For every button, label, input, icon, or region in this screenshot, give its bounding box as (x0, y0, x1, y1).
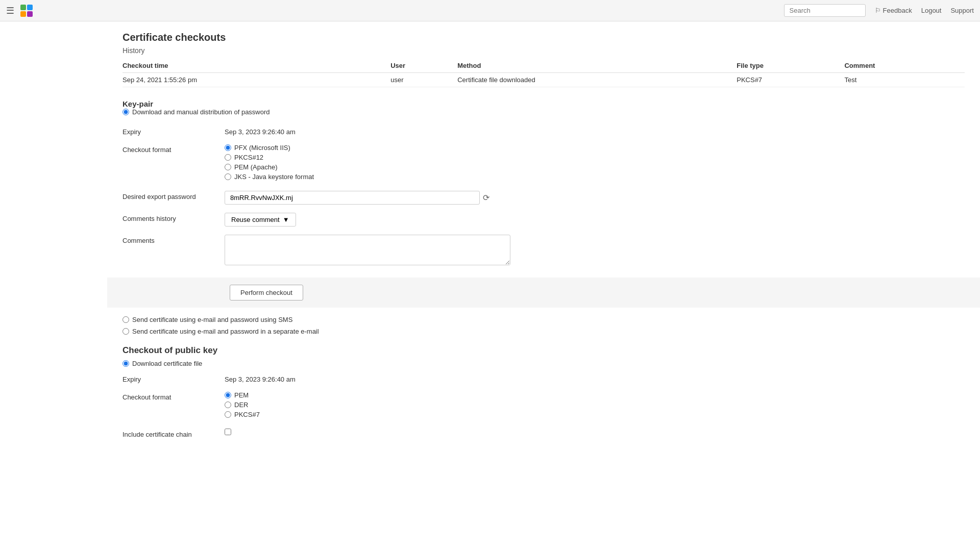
logout-link[interactable]: Logout (921, 7, 942, 14)
comments-label: Comments (122, 235, 225, 244)
chevron-down-icon: ▼ (283, 216, 289, 223)
svg-rect-3 (27, 11, 33, 17)
format-radio[interactable] (225, 173, 231, 180)
history-label: History (122, 46, 965, 55)
expiry-label: Expiry (122, 126, 225, 136)
col-checkout-time: Checkout time (122, 59, 390, 73)
distribution-option: Send certificate using e-mail and passwo… (122, 316, 965, 323)
pubkey-format-option: DER (225, 401, 260, 409)
expiry-value: Sep 3, 2023 9:26:40 am (225, 126, 296, 136)
distribution-radio[interactable] (122, 109, 129, 115)
pubkey-format-options: PEMDERPKCS#7 (225, 391, 260, 420)
checkout-format-row: Checkout format PFX (Microsoft IIS)PKCS#… (122, 144, 965, 183)
table-row: Sep 24, 2021 1:55:26 pmuserCertificate f… (122, 73, 965, 87)
comments-textarea[interactable] (225, 235, 510, 265)
search-input[interactable] (784, 4, 866, 17)
public-key-title: Checkout of public key (122, 345, 965, 356)
checkout-format-label: Checkout format (122, 144, 225, 154)
comments-row: Comments (122, 235, 965, 265)
pubkey-format-radio[interactable] (225, 402, 231, 408)
distribution-options: Download and manual distribution of pass… (122, 108, 965, 116)
svg-rect-0 (20, 5, 26, 10)
pubkey-format-radio[interactable] (225, 411, 231, 418)
main-content: Certificate checkouts History Checkout t… (0, 21, 980, 471)
pubkey-checkout-format-row: Checkout format PEMDERPKCS#7 (122, 391, 965, 420)
include-chain-label: Include certificate chain (122, 429, 225, 438)
distribution-option: Send certificate using e-mail and passwo… (122, 328, 965, 335)
format-radio[interactable] (225, 154, 231, 161)
svg-rect-2 (20, 11, 26, 17)
expiry-row: Expiry Sep 3, 2023 9:26:40 am (122, 126, 965, 136)
col-comment: Comment (844, 59, 965, 73)
page-title: Certificate checkouts (122, 32, 965, 43)
hamburger-icon[interactable]: ☰ (6, 5, 14, 16)
checkout-format-option: PEM (Apache) (225, 163, 314, 171)
password-label: Desired export password (122, 191, 225, 201)
col-user: User (390, 59, 457, 73)
format-radio[interactable] (225, 144, 231, 151)
action-bar: Perform checkout (107, 278, 980, 308)
pubkey-distribution-radio[interactable] (122, 360, 129, 367)
checkout-format-option: PKCS#12 (225, 154, 314, 161)
password-input-wrapper: ⟳ (225, 191, 489, 205)
col-method: Method (457, 59, 737, 73)
pubkey-expiry-value: Sep 3, 2023 9:26:40 am (225, 373, 296, 383)
feedback-button[interactable]: ⚐ Feedback (875, 7, 912, 14)
comments-history-label: Comments history (122, 213, 225, 222)
history-table: Checkout time User Method File type Comm… (122, 59, 965, 87)
flag-icon: ⚐ (875, 7, 881, 14)
comments-history-row: Comments history Reuse comment ▼ (122, 213, 965, 227)
pubkey-expiry-label: Expiry (122, 373, 225, 383)
topnav: ☰ ⚐ Feedback Logout Support (0, 0, 980, 21)
pubkey-checkout-format-label: Checkout format (122, 391, 225, 401)
distribution-radio[interactable] (122, 316, 129, 323)
perform-checkout-button[interactable]: Perform checkout (230, 285, 303, 300)
include-chain-row: Include certificate chain (122, 429, 965, 438)
checkout-format-option: PFX (Microsoft IIS) (225, 144, 314, 152)
checkout-format-option: JKS - Java keystore format (225, 173, 314, 181)
pubkey-format-radio[interactable] (225, 392, 231, 398)
public-key-section: Checkout of public key Download certific… (122, 345, 965, 438)
svg-rect-1 (27, 5, 33, 10)
distribution-radio[interactable] (122, 328, 129, 335)
pubkey-format-option: PKCS#7 (225, 411, 260, 418)
pubkey-expiry-row: Expiry Sep 3, 2023 9:26:40 am (122, 373, 965, 383)
col-filetype: File type (737, 59, 844, 73)
extra-distribution-options: Send certificate using e-mail and passwo… (122, 316, 965, 335)
keypair-title: Key-pair (122, 99, 965, 108)
logo-icon (19, 4, 34, 18)
public-key-distribution: Download certificate file (122, 360, 965, 367)
reuse-comment-label: Reuse comment (231, 216, 280, 223)
pubkey-distribution-option: Download certificate file (122, 360, 965, 367)
support-link[interactable]: Support (950, 7, 974, 14)
pubkey-format-option: PEM (225, 391, 260, 399)
reuse-comment-dropdown[interactable]: Reuse comment ▼ (225, 213, 296, 227)
keypair-section: Key-pair Download and manual distributio… (122, 99, 965, 265)
password-row: Desired export password ⟳ (122, 191, 965, 205)
include-chain-checkbox[interactable] (225, 429, 231, 435)
refresh-icon[interactable]: ⟳ (483, 193, 489, 203)
password-input[interactable] (225, 191, 480, 205)
format-radio[interactable] (225, 164, 231, 170)
history-section: History Checkout time User Method File t… (122, 46, 965, 87)
distribution-option: Download and manual distribution of pass… (122, 108, 965, 116)
checkout-format-options: PFX (Microsoft IIS)PKCS#12PEM (Apache)JK… (225, 144, 314, 183)
